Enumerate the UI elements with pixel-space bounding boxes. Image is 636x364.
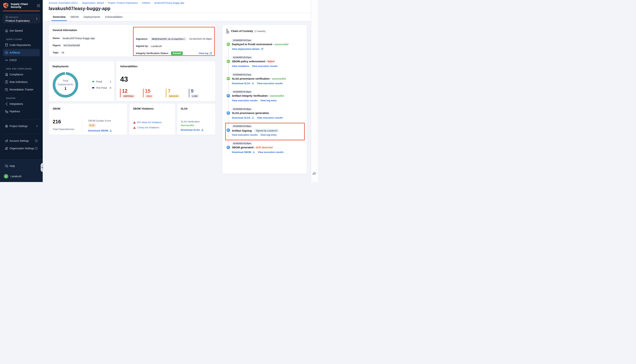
- app-grid-icon[interactable]: [37, 4, 40, 7]
- tab-vulnerabilities[interactable]: Vulnerabilities: [103, 13, 124, 21]
- chevron-right-icon: [37, 125, 38, 127]
- signature-annotation-box: Signature: MEQCICde2VjIT...bL+2+mqnOXw==…: [133, 27, 215, 56]
- download-sbom-link[interactable]: Download SBOM: [88, 129, 112, 132]
- app-title: Supply Chain Security: [11, 2, 28, 8]
- avatar: L: [5, 174, 9, 178]
- gi-name-value: lavakush07/easy-buggy-app: [63, 37, 95, 40]
- breadcrumb-artifact-name[interactable]: lavakush07/easy-buggy-app: [154, 2, 184, 4]
- sidebar-item-label: Get Started: [10, 29, 23, 32]
- view-log-link[interactable]: View log: [199, 52, 212, 54]
- high-badge: HIGH: [145, 94, 153, 98]
- card-title: SLSA: [181, 107, 215, 110]
- info-icon[interactable]: [35, 139, 38, 142]
- high-count: 15: [145, 88, 153, 94]
- sidebar-item-remediation-tracker[interactable]: Remediation Tracker: [3, 86, 40, 93]
- tab-overview[interactable]: Overview: [51, 13, 67, 21]
- tabs: Overview SBOM Deployments Vulnerabilitie…: [43, 13, 311, 21]
- event-link[interactable]: Download SLSA: [232, 82, 250, 85]
- sidebar-item-label: Code Repositories: [10, 44, 31, 46]
- total-deployments-value: 1: [64, 86, 67, 91]
- sidebar-item-integrations[interactable]: Integrations: [3, 100, 40, 108]
- sidebar-item-label: Rule Definitions: [10, 80, 28, 84]
- breadcrumb-artifacts[interactable]: Artifacts: [142, 2, 150, 4]
- event-timestamp: 01/16/2025 03:27pm: [232, 73, 252, 76]
- breadcrumb-project[interactable]: Project: Product Exploratory: [108, 2, 138, 4]
- allow-list-violations-link[interactable]: 637 Allow list Violations: [137, 121, 162, 124]
- sidebar-item-rule-definitions[interactable]: Rule Definitions: [3, 78, 40, 86]
- deny-list-violations-link[interactable]: 2 Deny list Violations: [137, 126, 159, 129]
- org-gear-icon: [5, 146, 8, 150]
- breadcrumb-account[interactable]: Account: Automation-SSCA: [49, 2, 78, 4]
- tab-deployments[interactable]: Deployments: [82, 13, 102, 21]
- sidebar-item-label: Account Settings: [10, 139, 29, 142]
- gi-name-row: Name: lavakush07/easy-buggy-app: [53, 34, 130, 42]
- project-selector[interactable]: PROJECT Product Exploratory: [3, 14, 40, 23]
- gear-icon: [5, 124, 8, 128]
- tab-sbom[interactable]: SBOM: [69, 13, 80, 21]
- chain-timeline: 01/16/2025 03:27pm Deployed to Prod2 env…: [222, 25, 307, 174]
- sbom-quality-label: SBOM Quality Score: [88, 119, 112, 122]
- content: General Information Name: lavakush07/eas…: [43, 21, 311, 182]
- medium-badge: MEDIUM: [168, 94, 180, 98]
- sidebar-item-help[interactable]: ? Help: [3, 162, 40, 170]
- event-title: SLSA provenance generation: [232, 112, 269, 114]
- sidebar-item-code-repositories[interactable]: Code Repositories: [3, 41, 40, 49]
- sidebar-item-pipelines[interactable]: Pipelines: [3, 108, 40, 115]
- sidebar-item-account-settings[interactable]: Account Settings: [3, 137, 40, 144]
- event-link[interactable]: View execution results: [252, 65, 278, 68]
- event-link[interactable]: View violations: [232, 65, 249, 68]
- sidebar-item-cicd[interactable]: CI/CD: [3, 56, 40, 64]
- event-link[interactable]: View deployment details: [232, 48, 260, 50]
- project-name: Product Exploratory: [6, 19, 38, 22]
- chat-bubbles-icon[interactable]: [312, 172, 316, 176]
- signature-value-pill: MEQCICde2VjIT...bL+2+mqnOXw==: [151, 37, 186, 41]
- sidebar-item-compliance[interactable]: Compliance: [3, 71, 40, 78]
- event-status: successful: [270, 94, 284, 97]
- vulnerabilities-card: Vulnerabilities 43 12 CRITICAL: [116, 61, 215, 102]
- sidebar-item-label: Integrations: [10, 102, 23, 105]
- sbom-quality-score-badge: 6.13: [88, 123, 96, 127]
- event-link[interactable]: View execution results: [232, 99, 258, 102]
- low-count: 9: [191, 88, 199, 94]
- event-link[interactable]: View execution results: [258, 151, 283, 154]
- sidebar-item-organization-settings[interactable]: Organization Settings: [3, 145, 40, 152]
- high-bar: [143, 88, 144, 98]
- sidebar-item-project-settings[interactable]: Project Settings: [3, 122, 40, 130]
- event-status: successful: [272, 77, 286, 80]
- external-link-icon: [261, 48, 263, 50]
- sidebar-item-artifacts[interactable]: Artifacts: [3, 49, 40, 56]
- gi-integrity-row: Integrity Verification Status: Passed Vi…: [136, 50, 212, 57]
- event-status: drift detected: [256, 146, 273, 149]
- card-title: SBOM Violations: [133, 107, 175, 110]
- total-dependencies-label: Total Dependencies: [53, 128, 82, 130]
- event-link[interactable]: View execution results: [257, 116, 283, 119]
- gi-tags-label: Tags:: [53, 51, 59, 54]
- sidebar-item-label: Compliance: [10, 73, 23, 76]
- sidebar-item-get-started[interactable]: Get Started: [3, 27, 40, 34]
- divider: [82, 119, 82, 132]
- gi-signed-by-row: Signed by: Lavakush: [136, 42, 212, 50]
- chain-event: 01/16/2025 03:26pm SLSA provenance gener…: [222, 108, 307, 120]
- breadcrumb-organization[interactable]: Organization: default: [82, 2, 104, 4]
- download-slsa-link[interactable]: Download SLSA: [181, 128, 204, 131]
- artifact-signing-annotation-box: [225, 123, 305, 140]
- event-timestamp: 01/16/2025 03:26pm: [232, 90, 252, 94]
- clipboard-check-icon: [5, 80, 8, 84]
- integrity-status-badge: Passed: [171, 52, 183, 55]
- event-link[interactable]: Download SLSA: [232, 116, 250, 119]
- info-icon[interactable]: [35, 147, 38, 150]
- gi-integrity-label: Integrity Verification Status:: [136, 52, 169, 54]
- event-link[interactable]: View execution results: [257, 82, 283, 85]
- legend-pre-prod: Pre Prod 0: [92, 86, 111, 90]
- sidebar-collapse-handle[interactable]: [41, 163, 43, 172]
- event-link[interactable]: View log entry: [260, 99, 277, 102]
- event-status: successful: [274, 43, 288, 46]
- pipeline-event-icon: [226, 42, 230, 46]
- integrations-icon: [5, 102, 8, 106]
- event-timestamp: 01/16/2025 03:27pm: [232, 56, 252, 59]
- event-link[interactable]: Download SBOM: [232, 151, 251, 154]
- sidebar-section-risk: RISK AND COMPLIANCE: [6, 68, 40, 70]
- logo-row: Supply Chain Security: [0, 0, 43, 8]
- sidebar-user[interactable]: L Lavakush: [3, 172, 40, 180]
- sidebar: Supply Chain Security PROJECT Product Ex…: [0, 0, 43, 182]
